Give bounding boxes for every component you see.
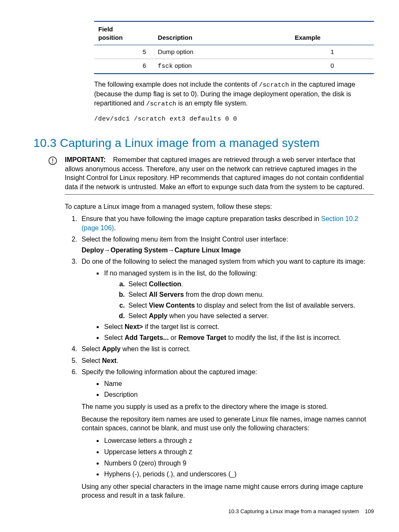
th-field-position: Field position [94, 21, 153, 45]
step-3: Do one of the following to select the ma… [79, 257, 374, 342]
substep-b: Select All Servers from the drop down me… [127, 290, 374, 299]
cell-ex: 0 [291, 59, 374, 74]
substep-d: Select Apply when you have selected a se… [127, 311, 374, 321]
bullet-name: Name [103, 379, 374, 388]
page-number: 109 [365, 508, 374, 514]
bullet-next: Select Next> if the target list is corre… [103, 322, 374, 332]
important-body: IMPORTANT: Remember that captured images… [61, 155, 374, 191]
step3-bullets: If no managed system is in the list, do … [94, 269, 374, 342]
page-footer: 10.3 Capturing a Linux image from a mana… [228, 508, 374, 515]
step6-para1: The name you supply is used as a prefix … [82, 402, 374, 411]
substep-c: Select View Contents to display and sele… [127, 301, 374, 310]
table-row: 5 Dump option 1 [94, 45, 374, 59]
important-icon [48, 156, 61, 168]
step-5: Select Next. [79, 356, 374, 365]
substep-a: Select Collection. [127, 280, 374, 289]
fields-table: Field position Description Example 5 Dum… [94, 21, 374, 74]
bullet-lowercase: Lowercase letters a through z [103, 436, 374, 446]
paragraph-scratch-note: The following example does not include t… [94, 80, 374, 108]
th-line1: Field [98, 26, 113, 33]
bullet-add-remove: Select Add Targets... or Remove Target t… [103, 333, 374, 342]
cell-desc: fsck option [153, 59, 290, 74]
bullet-uppercase: Uppercase letters A through Z [103, 447, 374, 457]
footer-section-title: 10.3 Capturing a Linux image from a mana… [228, 508, 359, 514]
step6-para3: Using any other special characters in th… [82, 482, 374, 500]
steps-intro: To capture a Linux image from a managed … [65, 202, 374, 211]
step-4: Select Apply when the list is correct. [79, 344, 374, 354]
menu-path: Deploy→Operating System→Capture Linux Im… [82, 246, 374, 255]
substeps-alpha: Select Collection. Select All Servers fr… [116, 280, 374, 321]
step-1: Ensure that you have following the image… [79, 214, 374, 232]
page: Field position Description Example 5 Dum… [0, 0, 399, 532]
table-row: 6 fsck option 0 [94, 59, 374, 74]
important-text: Remember that captured images are retrie… [65, 156, 364, 190]
step-2: Select the following menu item from the … [79, 235, 374, 254]
important-callout: IMPORTANT: Remember that captured images… [48, 155, 374, 191]
cell-pos: 5 [94, 45, 153, 59]
th-line2: position [98, 34, 123, 41]
cell-desc: Dump option [153, 45, 290, 59]
bullet-numbers: Numbers 0 (zero) through 9 [103, 459, 374, 468]
svg-point-2 [52, 162, 53, 163]
cell-ex: 1 [291, 45, 374, 59]
section-heading: 10.3 Capturing a Linux image from a mana… [33, 135, 374, 151]
fields-table-wrap: Field position Description Example 5 Dum… [94, 21, 374, 74]
cell-pos: 6 [94, 59, 153, 74]
code-fstab-line: /dev/sdc1 /scratch ext3 defaults 0 0 [94, 115, 374, 123]
bullet-punct: Hyphens (-), periods (.), and underscore… [103, 470, 374, 479]
step6-char-rules: Lowercase letters a through z Uppercase … [94, 436, 374, 479]
th-example: Example [291, 21, 374, 45]
bullet-description: Description [103, 390, 374, 399]
th-description: Description [153, 21, 290, 45]
step-6: Specify the following information about … [79, 368, 374, 500]
step6-name-desc: Name Description [94, 379, 374, 399]
steps-list: Ensure that you have following the image… [65, 214, 374, 500]
bullet-no-system: If no managed system is in the list, do … [103, 269, 374, 321]
step6-para2: Because the repository item names are us… [82, 415, 374, 433]
important-label: IMPORTANT: [65, 156, 105, 163]
divider [65, 194, 374, 195]
